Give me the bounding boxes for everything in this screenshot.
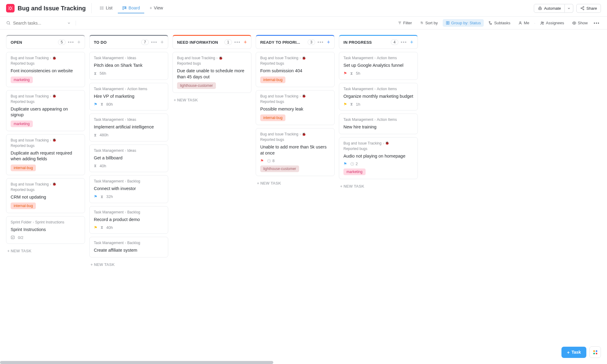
chevron-right-icon: › [50, 56, 51, 60]
bug-icon: 🐞 [52, 94, 56, 98]
tag[interactable]: internal-bug [260, 114, 285, 121]
task-card[interactable]: Task Management›IdeasPitch idea on Shark… [89, 52, 168, 80]
new-task-button[interactable]: + NEW TASK [6, 247, 85, 255]
tag[interactable]: marketing [11, 77, 33, 83]
more-button[interactable]: ••• [592, 19, 601, 27]
card-tags: internal-bug [260, 114, 330, 121]
svg-rect-23 [446, 22, 447, 23]
sort-button[interactable]: Sort by [417, 19, 441, 27]
chevron-right-icon: › [299, 132, 301, 136]
tag[interactable]: marketing [11, 121, 33, 127]
new-task-button[interactable]: + NEW TASK [89, 260, 168, 269]
breadcrumb: Task Management›Action Items [343, 117, 413, 122]
flag-icon: ⚑ [94, 225, 97, 230]
column-add-icon[interactable]: + [244, 39, 247, 45]
svg-point-32 [574, 22, 575, 24]
task-card[interactable]: Task Management›BacklogConnect with inve… [89, 175, 168, 203]
column-menu-icon[interactable]: ••• [151, 40, 158, 45]
card-tags: internal-bug [260, 77, 330, 83]
hourglass-icon: ⧗ [350, 71, 353, 76]
column-header[interactable]: READY TO PRIORI...3•••+ [256, 35, 335, 49]
chevron-right-icon: › [33, 220, 34, 224]
task-card[interactable]: Bug and Issue Tracking›🐞Reported bugsFon… [6, 52, 85, 87]
card-title: Organize monthly marketing budget [343, 94, 413, 100]
task-card[interactable]: Task Management›Action ItemsNew hire tra… [339, 114, 418, 134]
task-card[interactable]: Task Management›BacklogCreate affiliate … [89, 237, 168, 257]
breadcrumb: Bug and Issue Tracking›🐞Reported bugs [343, 141, 413, 151]
svg-rect-33 [11, 236, 15, 239]
search-input[interactable] [13, 21, 59, 26]
time-estimate: 32h [106, 194, 113, 199]
tag[interactable]: lighthouse-customer [260, 165, 299, 172]
assignees-button[interactable]: Assignees [537, 19, 567, 27]
groupby-button[interactable]: Group by: Status [443, 19, 484, 27]
new-task-button[interactable]: + NEW TASK [339, 182, 418, 190]
column-header[interactable]: NEED INFORMATION1•••+ [172, 35, 251, 49]
filter-button[interactable]: Filter [395, 19, 415, 27]
column-header[interactable]: TO DO7•••+ [89, 35, 168, 49]
tab-add-view[interactable]: + View [145, 3, 167, 13]
column-menu-icon[interactable]: ••• [401, 40, 407, 45]
tab-board[interactable]: Board [118, 3, 144, 13]
task-card[interactable]: Task Management›Action ItemsHire VP of m… [89, 83, 168, 111]
task-card[interactable]: Bug and Issue Tracking›🐞Reported bugsFor… [256, 52, 335, 87]
task-card[interactable]: Bug and Issue Tracking›🐞Reported bugsAud… [339, 137, 418, 179]
column-title: NEED INFORMATION [177, 40, 222, 45]
task-card[interactable]: Task Management›BacklogRecord a product … [89, 206, 168, 234]
task-card[interactable]: Bug and Issue Tracking›🐞Reported bugsDup… [6, 134, 85, 175]
tag[interactable]: internal-bug [11, 202, 36, 209]
chevron-right-icon: › [125, 148, 126, 153]
tag[interactable]: marketing [343, 168, 366, 175]
task-card[interactable]: Task Management›IdeasImplement artificia… [89, 114, 168, 141]
automate-button[interactable]: Automate [534, 4, 565, 13]
svg-point-0 [9, 7, 12, 9]
task-card[interactable]: Bug and Issue Tracking›🐞Reported bugsPos… [256, 90, 335, 125]
task-card[interactable]: Bug and Issue Tracking›🐞Reported bugsDue… [172, 52, 251, 93]
task-card[interactable]: Bug and Issue Tracking›🐞Reported bugsUna… [256, 128, 335, 176]
column-menu-icon[interactable]: ••• [68, 40, 74, 45]
column-add-icon[interactable]: + [327, 39, 330, 45]
column-header[interactable]: IN PROGRESS4•••+ [339, 35, 418, 49]
column-add-icon[interactable]: + [77, 39, 80, 45]
card-title: Possible memory leak [260, 106, 330, 112]
column-menu-icon[interactable]: ••• [234, 40, 241, 45]
task-card[interactable]: Sprint Folder›Sprint InstructionsSprint … [6, 216, 85, 244]
column-menu-icon[interactable]: ••• [318, 40, 324, 45]
chevron-right-icon: › [125, 56, 126, 60]
new-task-button[interactable]: + NEW TASK [172, 96, 251, 104]
column-count: 7 [141, 39, 149, 45]
task-card[interactable]: Bug and Issue Tracking›🐞Reported bugsDup… [6, 90, 85, 131]
column-add-icon[interactable]: + [410, 39, 413, 45]
new-task-button[interactable]: + NEW TASK [256, 179, 335, 187]
chevron-right-icon: › [383, 141, 384, 145]
task-card[interactable]: Bug and Issue Tracking›🐞Reported bugsCRM… [6, 178, 85, 213]
tag[interactable]: internal-bug [260, 77, 285, 83]
column-count: 5 [58, 39, 66, 45]
task-card[interactable]: Task Management›IdeasGet a billboard⧗40h [89, 145, 168, 172]
tag[interactable]: internal-bug [11, 165, 36, 171]
svg-rect-8 [124, 6, 125, 8]
column-add-icon[interactable]: + [160, 39, 164, 45]
automate-dropdown[interactable] [565, 4, 573, 13]
column-title: TO DO [94, 40, 139, 45]
search-chevron-icon[interactable] [67, 21, 71, 25]
svg-point-12 [540, 8, 541, 9]
share-button[interactable]: Share [576, 4, 601, 13]
show-button[interactable]: Show [569, 19, 591, 27]
card-title: Hire VP of marketing [94, 94, 164, 100]
chevron-down-icon [567, 7, 571, 10]
task-card[interactable]: Task Management›Action ItemsSet up Googl… [339, 52, 418, 80]
tag[interactable]: lighthouse-customer [177, 82, 216, 89]
card-meta: ⚑⧗1h [343, 102, 413, 107]
subtasks-button[interactable]: Subtasks [486, 19, 513, 27]
hourglass-icon: ⧗ [350, 102, 353, 107]
me-button[interactable]: Me [515, 19, 532, 27]
column-header[interactable]: OPEN5•••+ [6, 35, 85, 49]
tab-list[interactable]: List [95, 3, 117, 13]
svg-point-29 [520, 22, 521, 23]
card-title: Set up Google Analytics funnel [343, 63, 413, 69]
chevron-right-icon: › [125, 87, 126, 91]
svg-point-31 [543, 22, 544, 23]
task-card[interactable]: Task Management›Action ItemsOrganize mon… [339, 83, 418, 111]
card-title: Duplicate auth request required when add… [11, 150, 80, 162]
